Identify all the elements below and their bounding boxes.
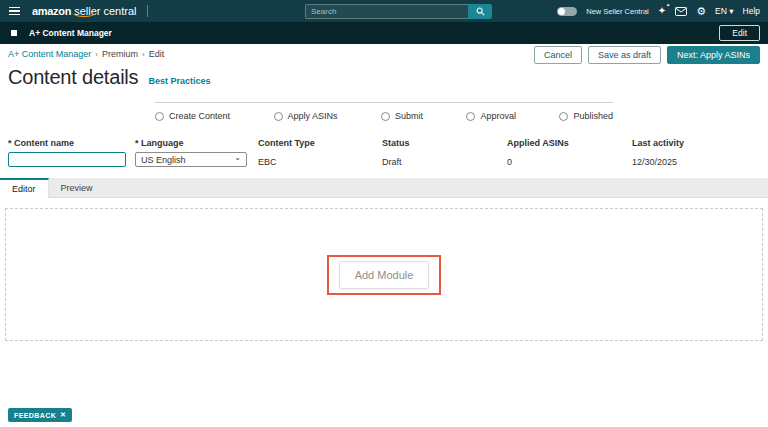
applied-asins-label: Applied ASINs — [507, 138, 632, 148]
amazon-logo-text: amazon — [32, 5, 71, 17]
applied-asins-field: Applied ASINs 0 — [507, 138, 632, 167]
app-bar: A+ Content Manager Edit — [0, 22, 768, 44]
feedback-button[interactable]: FEEDBACK ✕ — [8, 408, 72, 422]
progress-steps: Create Content Apply ASINs Submit Approv… — [155, 102, 613, 121]
settings-gear-icon[interactable]: ⚙ — [696, 6, 706, 17]
step-approval: Approval — [466, 111, 516, 121]
step-radio-icon — [466, 112, 475, 121]
step-radio-icon — [274, 112, 283, 121]
step-create-content: Create Content — [155, 111, 230, 121]
cancel-button[interactable]: Cancel — [534, 46, 582, 64]
step-published: Published — [559, 111, 613, 121]
step-radio-icon — [381, 112, 390, 121]
breadcrumb-edit: Edit — [149, 49, 165, 59]
chevron-down-icon: ▾ — [729, 6, 733, 16]
new-seller-central-toggle[interactable] — [557, 7, 577, 16]
language-selector[interactable]: EN ▾ — [715, 6, 733, 16]
nav-divider — [147, 5, 148, 17]
amazon-seller-central-logo[interactable]: amazon seller central — [32, 5, 137, 17]
last-activity-field: Last activity 12/30/2025 — [632, 138, 760, 167]
step-radio-icon — [155, 112, 164, 121]
save-as-draft-button[interactable]: Save as draft — [588, 46, 661, 64]
search-input[interactable] — [305, 4, 468, 19]
last-activity-value: 12/30/2025 — [632, 157, 760, 167]
editor-tabs: Editor Preview — [0, 178, 768, 198]
global-search — [305, 4, 492, 19]
toggle-label: New Seller Central — [586, 7, 649, 16]
breadcrumb-premium: Premium — [102, 49, 138, 59]
help-link[interactable]: Help — [743, 6, 760, 16]
status-label: Status — [382, 138, 507, 148]
content-type-value: EBC — [258, 157, 382, 167]
step-apply-asins: Apply ASINs — [274, 111, 338, 121]
status-value: Draft — [382, 157, 507, 167]
add-module-button[interactable]: Add Module — [339, 261, 430, 289]
nav-right-cluster: New Seller Central ✦✦ ⚙ EN ▾ Help — [557, 0, 760, 22]
content-name-label: * Content name — [8, 138, 135, 148]
search-icon — [476, 7, 485, 16]
step-radio-icon — [559, 112, 568, 121]
breadcrumb-link-content-manager[interactable]: A+ Content Manager — [8, 49, 91, 59]
top-nav: amazon seller central New Seller Central… — [0, 0, 768, 22]
content-type-label: Content Type — [258, 138, 382, 148]
appbar-edit-button[interactable]: Edit — [719, 25, 760, 41]
annotation-highlight-box: Add Module — [327, 255, 442, 295]
title-row: Content details Best Practices — [8, 66, 210, 89]
app-square-icon — [11, 30, 17, 36]
content-name-input[interactable] — [8, 152, 126, 167]
close-icon: ✕ — [60, 411, 66, 419]
breadcrumb: A+ Content Manager › Premium › Edit — [8, 49, 164, 59]
search-button[interactable] — [468, 4, 492, 19]
breadcrumb-separator: › — [142, 50, 145, 59]
page-title: Content details — [8, 66, 138, 89]
module-drop-zone: Add Module — [5, 208, 763, 341]
step-submit: Submit — [381, 111, 423, 121]
tab-editor[interactable]: Editor — [0, 178, 49, 198]
next-apply-asins-button[interactable]: Next: Apply ASINs — [667, 46, 760, 64]
best-practices-link[interactable]: Best Practices — [148, 76, 210, 86]
tab-preview[interactable]: Preview — [49, 178, 105, 197]
messages-icon[interactable] — [675, 7, 687, 16]
breadcrumb-separator: › — [95, 50, 98, 59]
content-name-field: * Content name — [8, 138, 135, 167]
language-select[interactable]: US English ⌄ — [135, 152, 247, 167]
last-activity-label: Last activity — [632, 138, 760, 148]
editor-panel: Add Module — [0, 199, 768, 427]
chevron-down-icon: ⌄ — [234, 154, 241, 162]
applied-asins-value: 0 — [507, 157, 632, 167]
language-label: * Language — [135, 138, 258, 148]
ai-assistant-icon[interactable]: ✦✦ — [658, 6, 666, 16]
content-meta-form: * Content name * Language US English ⌄ C… — [8, 138, 760, 167]
content-type-field: Content Type EBC — [258, 138, 382, 167]
status-field: Status Draft — [382, 138, 507, 167]
hamburger-menu-icon[interactable] — [9, 7, 20, 16]
language-field: * Language US English ⌄ — [135, 138, 258, 167]
page-actions: Cancel Save as draft Next: Apply ASINs — [534, 46, 760, 64]
app-title: A+ Content Manager — [29, 28, 112, 38]
